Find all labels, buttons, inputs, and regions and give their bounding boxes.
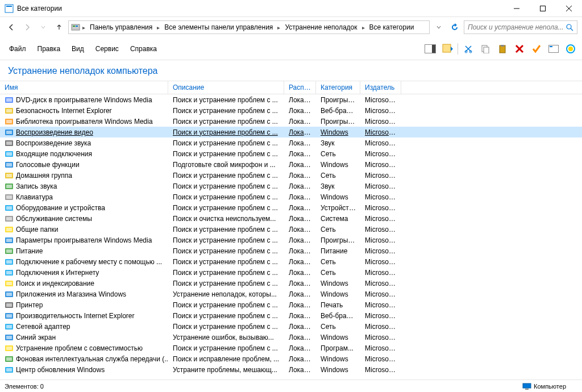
cell-cat: Сеть bbox=[316, 269, 360, 277]
chevron-icon[interactable]: ▸ bbox=[361, 24, 366, 31]
page-heading: Устранение неполадок компьютера bbox=[0, 60, 582, 81]
search-box[interactable] bbox=[464, 20, 577, 34]
breadcrumb-seg[interactable]: Панель управления bbox=[88, 23, 155, 31]
titlebar: Все категории bbox=[0, 0, 582, 17]
table-row[interactable]: Питание Поиск и устранение проблем с ...… bbox=[0, 245, 582, 256]
col-name[interactable]: Имя bbox=[0, 81, 168, 94]
chevron-icon[interactable]: ▸ bbox=[156, 24, 161, 31]
table-row[interactable]: Принтер Поиск и устранение проблем с ...… bbox=[0, 299, 582, 310]
cell-cat: Проигрыв... bbox=[316, 118, 360, 126]
view-pane-button[interactable] bbox=[423, 42, 437, 56]
table-row[interactable]: Библиотека проигрывателя Windows Media П… bbox=[0, 116, 582, 127]
view-mode-button[interactable] bbox=[440, 42, 454, 56]
cell-name: Библиотека проигрывателя Windows Media bbox=[0, 117, 168, 126]
copy-button[interactable] bbox=[479, 42, 492, 56]
menu-service[interactable]: Сервис bbox=[91, 43, 123, 55]
properties-button[interactable] bbox=[547, 42, 560, 56]
table-row[interactable]: Воспроизведение видео Поиск и устранение… bbox=[0, 127, 582, 137]
cell-loc: Локал... bbox=[284, 193, 316, 201]
cell-pub: Microsoft ... bbox=[360, 96, 401, 104]
row-icon bbox=[5, 247, 14, 256]
cell-loc: Локал... bbox=[284, 236, 316, 244]
cell-loc: Локал... bbox=[284, 161, 316, 169]
table-row[interactable]: Приложения из Магазина Windows Устранени… bbox=[0, 289, 582, 299]
table-row[interactable]: Производительность Internet Explorer Пои… bbox=[0, 310, 582, 321]
table-row[interactable]: Обслуживание системы Поиск и очистка неи… bbox=[0, 213, 582, 224]
row-icon bbox=[5, 344, 14, 353]
delete-button[interactable] bbox=[513, 42, 526, 56]
breadcrumb[interactable]: ▸ Панель управления ▸ Все элементы панел… bbox=[68, 20, 430, 34]
cell-desc: Поиск и устранение проблем с ... bbox=[168, 280, 284, 287]
table-row[interactable]: Центр обновления Windows Устраните пробл… bbox=[0, 364, 582, 375]
col-cat[interactable]: Категория bbox=[316, 81, 360, 94]
recent-dropdown[interactable] bbox=[36, 20, 50, 34]
breadcrumb-seg[interactable]: Все категории bbox=[367, 23, 417, 31]
table-row[interactable]: Подключения к Интернету Поиск и устранен… bbox=[0, 267, 582, 278]
search-icon[interactable] bbox=[566, 23, 573, 31]
chevron-icon[interactable]: ▸ bbox=[276, 24, 281, 31]
menu-edit[interactable]: Правка bbox=[33, 43, 65, 55]
col-loc[interactable]: Распо... bbox=[284, 81, 316, 94]
table-row[interactable]: Подключение к рабочему месту с помощью .… bbox=[0, 256, 582, 267]
breadcrumb-seg[interactable]: Все элементы панели управления bbox=[162, 23, 275, 31]
table-row[interactable]: Голосовые функции Подготовьте свой микро… bbox=[0, 159, 582, 170]
cell-name: Принтер bbox=[0, 301, 168, 310]
cell-name: Подключение к рабочему месту с помощью .… bbox=[0, 257, 168, 266]
cut-button[interactable] bbox=[462, 42, 475, 56]
close-button[interactable] bbox=[556, 0, 582, 17]
maximize-button[interactable] bbox=[530, 0, 556, 17]
table-row[interactable]: Безопасность Internet Explorer Поиск и у… bbox=[0, 105, 582, 116]
cell-name: Питание bbox=[0, 247, 168, 256]
svg-rect-1 bbox=[6, 6, 12, 7]
menu-view[interactable]: Вид bbox=[67, 43, 89, 55]
cell-pub: Microsoft ... bbox=[360, 236, 401, 244]
table-row[interactable]: Запись звука Поиск и устранение проблем … bbox=[0, 181, 582, 191]
search-input[interactable] bbox=[468, 23, 566, 31]
svg-rect-44 bbox=[6, 195, 12, 199]
menu-help[interactable]: Справка bbox=[126, 43, 161, 55]
cell-cat: Веб-брауз... bbox=[316, 107, 360, 115]
cell-loc: Локал... bbox=[284, 355, 316, 363]
confirm-button[interactable] bbox=[530, 42, 543, 56]
chevron-icon[interactable]: ▸ bbox=[81, 24, 86, 31]
breadcrumb-dropdown[interactable] bbox=[432, 20, 446, 34]
table-row[interactable]: Входящие подключения Поиск и устранение … bbox=[0, 148, 582, 159]
cell-name: DVD-диск в проигрывателе Windows Media bbox=[0, 95, 168, 105]
table-row[interactable]: Сетевой адаптер Поиск и устранение пробл… bbox=[0, 321, 582, 332]
table-row[interactable]: Домашняя группа Поиск и устранение пробл… bbox=[0, 170, 582, 181]
table-row[interactable]: Фоновая интеллектуальная служба передачи… bbox=[0, 353, 582, 364]
row-icon bbox=[5, 149, 14, 159]
cell-cat: Windows bbox=[316, 193, 360, 201]
refresh-button[interactable] bbox=[448, 20, 462, 34]
cell-loc: Локал... bbox=[284, 204, 316, 212]
forward-button[interactable] bbox=[20, 20, 34, 34]
cell-pub: Microsoft ... bbox=[360, 290, 401, 298]
cell-desc: Поиск и устранение проблем с ... bbox=[168, 312, 284, 320]
svg-point-9 bbox=[567, 24, 571, 29]
table-row[interactable]: Оборудование и устройства Поиск и устран… bbox=[0, 202, 582, 213]
row-icon bbox=[5, 257, 14, 266]
table-row[interactable]: Клавиатура Поиск и устранение проблем с … bbox=[0, 191, 582, 202]
help-icon[interactable] bbox=[564, 42, 577, 56]
table-row[interactable]: Параметры проигрывателя Windows Media По… bbox=[0, 235, 582, 245]
table-row[interactable]: Воспроизведение звука Поиск и устранение… bbox=[0, 137, 582, 148]
table-row[interactable]: Устранение проблем с совместимостью Поис… bbox=[0, 343, 582, 353]
up-button[interactable] bbox=[52, 20, 66, 34]
menu-file[interactable]: Файл bbox=[5, 43, 31, 55]
col-desc[interactable]: Описание bbox=[168, 81, 284, 94]
cell-pub: Microsoft ... bbox=[360, 333, 401, 341]
cell-pub: Microsoft ... bbox=[360, 139, 401, 147]
col-pub[interactable]: Издатель bbox=[360, 81, 401, 94]
breadcrumb-seg[interactable]: Устранение неполадок bbox=[282, 23, 359, 31]
cell-cat: Печать bbox=[316, 301, 360, 309]
table-row[interactable]: Поиск и индексирование Поиск и устранени… bbox=[0, 278, 582, 289]
table-row[interactable]: DVD-диск в проигрывателе Windows Media П… bbox=[0, 94, 582, 105]
back-button[interactable] bbox=[5, 20, 18, 34]
minimize-button[interactable] bbox=[504, 0, 530, 17]
paste-button[interactable] bbox=[496, 42, 509, 56]
cell-cat: Сеть bbox=[316, 226, 360, 233]
table-row[interactable]: Синий экран Устранение ошибок, вызываю..… bbox=[0, 332, 582, 343]
table-row[interactable]: Общие папки Поиск и устранение проблем с… bbox=[0, 224, 582, 235]
svg-rect-12 bbox=[432, 45, 435, 53]
cell-loc: Локал... bbox=[284, 107, 316, 115]
